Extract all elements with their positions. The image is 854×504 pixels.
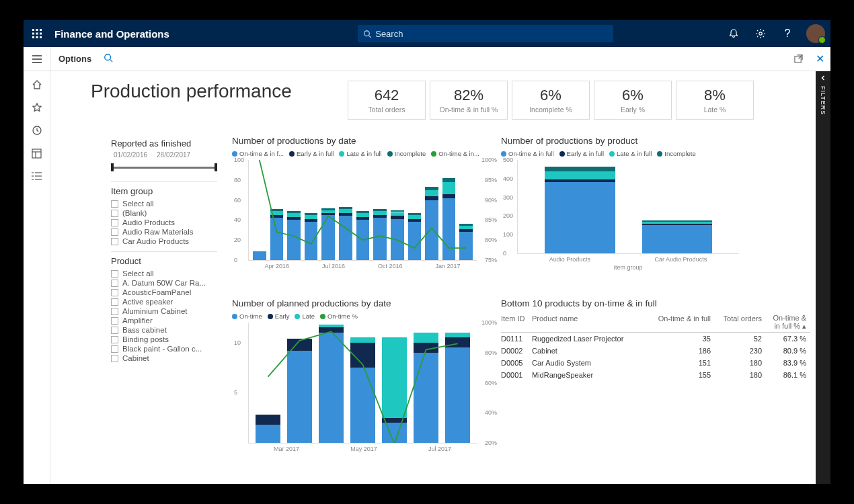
chart-productions-by-date: Number of productions by date On-time & …	[232, 136, 488, 269]
filter-item-label: (Blank)	[122, 209, 147, 217]
page-search-icon[interactable]	[104, 53, 113, 65]
bar-segment[interactable]	[545, 171, 615, 180]
svg-rect-20	[32, 149, 41, 158]
filter-checkbox-item[interactable]: Cabinet	[111, 353, 217, 363]
recent-icon[interactable]	[30, 124, 44, 137]
chart-title: Number of productions by date	[232, 136, 488, 146]
filter-item-label: Audio Products	[122, 218, 175, 226]
checkbox-icon	[111, 280, 118, 287]
chevron-left-icon	[820, 75, 826, 81]
kpi-card[interactable]: 642Total orders	[348, 81, 426, 120]
kpi-card[interactable]: 8%Late %	[676, 81, 754, 120]
filter-checkbox-item[interactable]: Aluminium Cabinet	[111, 306, 217, 316]
search-icon	[363, 30, 371, 38]
kpi-value: 6%	[540, 87, 561, 104]
svg-point-11	[759, 32, 762, 35]
kpi-label: Late %	[704, 106, 726, 114]
bar-segment[interactable]	[642, 224, 713, 225]
col-item-id[interactable]: Item ID	[501, 314, 532, 330]
app-launcher-icon[interactable]	[24, 20, 50, 47]
notifications-icon[interactable]	[720, 20, 747, 47]
svg-point-15	[105, 54, 111, 60]
bar-segment[interactable]	[642, 220, 713, 222]
filters-rail-label: FILTERS	[820, 86, 826, 115]
svg-rect-3	[32, 33, 34, 35]
checkbox-icon	[111, 317, 118, 325]
svg-rect-4	[36, 33, 38, 35]
svg-rect-2	[40, 29, 42, 31]
col-otf-pct[interactable]: On-time &in full % ▴	[762, 314, 806, 330]
nav-toggle-icon[interactable]	[24, 47, 50, 71]
checkbox-icon	[111, 355, 118, 362]
checkbox-icon	[111, 200, 118, 208]
filter-checkbox-item[interactable]: Amplifier	[111, 316, 217, 325]
chart-legend: On-time & in f...Early & in fullLate & i…	[232, 150, 488, 157]
filter-checkbox-item[interactable]: Car Audio Products	[111, 237, 217, 246]
table-row[interactable]: D0002Cabinet18623080.9 %	[501, 345, 810, 357]
filter-date-to: 28/02/2017	[157, 151, 190, 159]
workspaces-icon[interactable]	[30, 146, 44, 160]
table-row[interactable]: D0001MidRangeSpeaker15518086.1 %	[501, 369, 810, 381]
favorites-icon[interactable]	[30, 101, 44, 114]
app-title: Finance and Operations	[54, 28, 169, 40]
close-icon[interactable]: ✕	[809, 48, 830, 70]
col-otf[interactable]: On-time & in full	[646, 314, 711, 330]
checkbox-icon	[111, 289, 118, 296]
bar-segment[interactable]	[545, 167, 615, 171]
home-icon[interactable]	[30, 78, 44, 91]
filter-checkbox-item[interactable]: Binding posts	[111, 335, 217, 344]
col-product-name[interactable]: Product name	[532, 314, 646, 330]
filter-checkbox-item[interactable]: Bass cabinet	[111, 325, 217, 335]
chart-planned-productions-by-date: Number of planned productions by date On…	[232, 298, 488, 452]
filter-checkbox-item[interactable]: Select all	[111, 199, 217, 208]
options-menu[interactable]: Options	[59, 54, 91, 64]
chart-legend: On-timeEarlyLateOn-time %	[232, 312, 488, 320]
filter-checkbox-item[interactable]: Select all	[111, 269, 217, 278]
help-icon[interactable]: ?	[774, 20, 801, 47]
chart-xlabel: Item group	[517, 264, 739, 271]
filter-checkbox-item[interactable]: A. Datum 50W Car Ra...	[111, 278, 217, 288]
col-total-orders[interactable]: Total orders	[711, 314, 762, 330]
svg-rect-7	[36, 36, 38, 38]
filter-item-label: Aluminium Cabinet	[122, 307, 188, 315]
checkbox-icon	[111, 238, 118, 245]
filter-date-from: 01/02/2016	[114, 151, 147, 159]
modules-icon[interactable]	[30, 169, 44, 183]
filters-rail[interactable]: FILTERS	[816, 71, 830, 484]
filter-item-label: Cabinet	[122, 354, 149, 362]
kpi-card[interactable]: 6%Incomplete %	[512, 81, 590, 120]
checkbox-icon	[111, 210, 118, 217]
filter-item-label: AcousticFoamPanel	[122, 288, 191, 296]
filter-checkbox-item[interactable]: Audio Raw Materials	[111, 227, 217, 237]
filter-checkbox-item[interactable]: (Blank)	[111, 208, 217, 218]
filter-checkbox-item[interactable]: Black paint - Gallon c...	[111, 344, 217, 353]
svg-rect-5	[40, 33, 42, 35]
svg-line-18	[798, 55, 802, 59]
kpi-card[interactable]: 6%Early %	[594, 81, 672, 120]
filter-item-label: Active speaker	[122, 298, 173, 306]
svg-point-9	[364, 30, 369, 36]
svg-rect-1	[36, 29, 38, 31]
bar-segment[interactable]	[545, 182, 615, 253]
command-bar: Options ✕	[24, 47, 830, 71]
bar-segment[interactable]	[642, 225, 713, 253]
filter-reported-title: Reported as finished	[111, 138, 217, 149]
search-input[interactable]	[375, 29, 608, 39]
filter-checkbox-item[interactable]: AcousticFoamPanel	[111, 288, 217, 297]
global-search[interactable]	[358, 25, 613, 42]
filter-checkbox-item[interactable]: Active speaker	[111, 297, 217, 306]
kpi-value: 642	[375, 87, 399, 104]
popout-icon[interactable]	[787, 48, 809, 70]
filter-checkbox-item[interactable]: Audio Products	[111, 218, 217, 227]
table-row[interactable]: D0111Ruggedized Laser Projector355267.3 …	[501, 333, 810, 345]
kpi-card[interactable]: 82%On-time & in full %	[430, 81, 508, 120]
settings-icon[interactable]	[747, 20, 774, 47]
kpi-value: 6%	[622, 87, 644, 104]
bar-segment[interactable]	[642, 222, 713, 224]
bar-segment[interactable]	[545, 179, 615, 182]
user-avatar[interactable]	[806, 24, 825, 43]
date-range-slider[interactable]	[111, 163, 217, 172]
table-title: Bottom 10 products by on-time & in full	[501, 298, 810, 308]
table-row[interactable]: D0005Car Audio System15118083.9 %	[501, 357, 810, 369]
checkbox-icon	[111, 298, 118, 306]
